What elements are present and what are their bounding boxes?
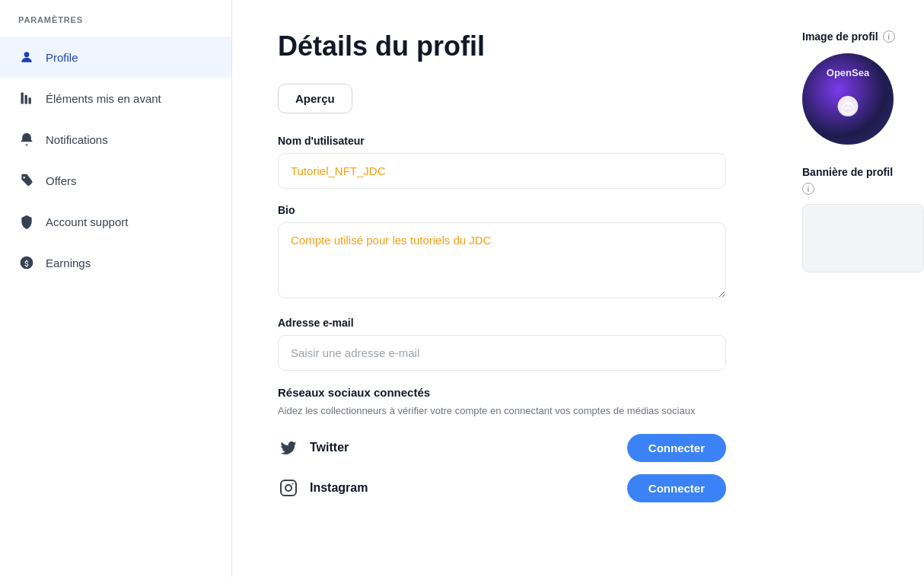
twitter-icon (278, 437, 299, 458)
tag-icon (18, 172, 35, 189)
email-input[interactable] (278, 335, 726, 371)
username-group: Nom d'utilisateur (278, 135, 726, 189)
banner-info-icon[interactable]: i (802, 183, 814, 195)
twitter-row: Twitter Connecter (278, 434, 726, 462)
opensea-logo-icon (830, 86, 866, 123)
sidebar: PARAMÈTRES Profile Éléments mis en avant… (0, 0, 232, 577)
person-icon (18, 49, 35, 65)
instagram-row: Instagram Connecter (278, 474, 726, 502)
sidebar-label-offers: Offers (46, 174, 77, 187)
svg-point-5 (285, 485, 292, 491)
sidebar-item-featured[interactable]: Éléments mis en avant (0, 78, 231, 119)
bio-label: Bio (278, 204, 726, 216)
banner-label: Bannière de profil i (802, 166, 909, 195)
sidebar-label-profile: Profile (46, 51, 78, 64)
svg-rect-4 (281, 480, 296, 496)
svg-point-7 (838, 96, 859, 116)
apercu-button[interactable]: Aperçu (278, 84, 352, 113)
sidebar-item-profile[interactable]: Profile (0, 37, 231, 78)
sidebar-label-account-support: Account support (46, 215, 128, 228)
instagram-icon (278, 477, 299, 499)
page-title: Détails du profil (278, 30, 726, 62)
banner-preview (802, 204, 924, 273)
sidebar-label-notifications: Notifications (46, 133, 108, 146)
sidebar-item-account-support[interactable]: Account support (0, 201, 231, 242)
twitter-connect-button[interactable]: Connecter (627, 434, 726, 462)
right-panel: Image de profil i OpenSea Bannière de pr… (772, 0, 924, 577)
opensea-text: OpenSea (802, 67, 894, 78)
main-content: Détails du profil Aperçu Nom d'utilisate… (232, 0, 772, 577)
username-label: Nom d'utilisateur (278, 135, 726, 147)
svg-rect-3 (29, 97, 31, 104)
sidebar-label-featured: Éléments mis en avant (46, 92, 161, 105)
bell-icon (18, 131, 35, 148)
avatar: OpenSea (802, 53, 894, 145)
svg-point-0 (24, 52, 30, 57)
instagram-connect-button[interactable]: Connecter (627, 474, 726, 502)
sidebar-item-earnings[interactable]: Earnings (0, 242, 231, 283)
sidebar-label-earnings: Earnings (46, 257, 91, 269)
twitter-label: Twitter (310, 441, 349, 454)
profile-form: Nom d'utilisateur Bio Compte utilisé pou… (278, 135, 726, 502)
shield-icon (18, 213, 35, 230)
social-group: Réseaux sociaux connectés Aidez les coll… (278, 386, 726, 502)
sidebar-item-notifications[interactable]: Notifications (0, 119, 231, 160)
email-group: Adresse e-mail (278, 317, 726, 371)
username-input[interactable] (278, 153, 726, 189)
sidebar-item-offers[interactable]: Offers (0, 160, 231, 201)
instagram-label: Instagram (310, 481, 368, 495)
sidebar-section-title: PARAMÈTRES (0, 15, 231, 37)
svg-point-6 (292, 483, 294, 485)
email-label: Adresse e-mail (278, 317, 726, 329)
svg-rect-2 (25, 95, 27, 104)
social-title: Réseaux sociaux connectés (278, 386, 726, 399)
profile-image-info-icon[interactable]: i (883, 30, 895, 43)
featured-icon (18, 90, 35, 107)
profile-image-label: Image de profil i (802, 30, 895, 43)
svg-rect-1 (21, 93, 24, 104)
bio-group: Bio Compte utilisé pour les tutoriels du… (278, 204, 726, 301)
dollar-icon (18, 254, 35, 271)
social-desc: Aidez les collectionneurs à vérifier vot… (278, 403, 726, 419)
bio-textarea[interactable]: Compte utilisé pour les tutoriels du JDC (278, 222, 726, 298)
